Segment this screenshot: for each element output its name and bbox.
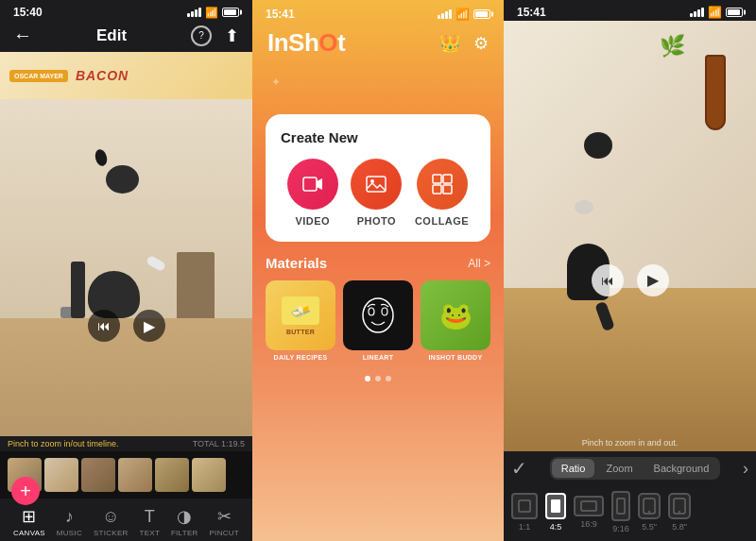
create-photo-option[interactable]: PHOTO <box>351 159 402 227</box>
ratio-16-9-box <box>574 496 604 516</box>
tab-background[interactable]: Background <box>644 459 719 478</box>
ad-banner[interactable]: OSCAR MAYER BACON <box>0 52 252 99</box>
crown-icon[interactable]: 👑 <box>439 33 460 54</box>
buddy-emoji: 🐸 <box>439 300 472 331</box>
guitar <box>705 55 726 130</box>
photo-icon <box>366 174 387 194</box>
material-lineart[interactable]: LINEART <box>343 280 413 361</box>
right-bottom-controls: ✓ Ratio Zoom Background › 1:1 <box>504 451 756 541</box>
back-button[interactable]: ← <box>13 25 32 46</box>
middle-status-icons: 📶 <box>438 8 490 21</box>
left-header: ← Edit ? ⬆ <box>0 21 252 52</box>
inshot-header-icons: 👑 ⚙ <box>439 33 489 54</box>
right-time: 15:41 <box>517 6 546 19</box>
battery-icon <box>222 8 239 17</box>
dot-1 <box>365 376 370 381</box>
check-mark-icon[interactable]: ✓ <box>511 457 527 480</box>
page-dots <box>252 376 504 381</box>
materials-section: Materials All > 🧈 BUTTER DAILY RECIPES <box>266 255 490 361</box>
text-label: TEXT <box>139 529 160 537</box>
video-preview: ⏮ ▶ <box>0 99 252 436</box>
tool-pincut[interactable]: ✂ PINCUT <box>209 506 239 537</box>
create-new-section: Create New VIDEO <box>266 114 490 242</box>
ratio-9-16[interactable]: 9:16 <box>611 491 630 533</box>
middle-battery-icon <box>473 9 490 19</box>
middle-time: 15:41 <box>266 8 295 21</box>
timeline-thumb <box>155 458 189 492</box>
dog-white-patch <box>575 200 593 214</box>
dog-scene <box>0 99 252 436</box>
create-options: VIDEO PHOTO <box>281 159 475 227</box>
add-button[interactable]: + <box>11 477 40 505</box>
create-new-title: Create New <box>281 129 475 145</box>
ratio-16-9-label: 16:9 <box>580 519 597 529</box>
music-label: MUSIC <box>57 529 82 537</box>
timeline-thumb <box>81 458 115 492</box>
tool-canvas[interactable]: ⊞ CANVAS <box>13 506 45 537</box>
ratio-1-1[interactable]: 1:1 <box>511 493 538 532</box>
check-left: ✓ <box>511 457 527 480</box>
ratio-4-5[interactable]: 4:5 <box>545 493 566 532</box>
left-header-icons: ? ⬆ <box>191 25 239 46</box>
ratio-5-5-icon <box>643 498 656 515</box>
lineart-visual <box>343 280 413 350</box>
timeline-thumb <box>118 458 152 492</box>
plant: 🌿 <box>660 34 685 59</box>
right-play-button[interactable]: ▶ <box>637 264 669 296</box>
ratio-9-16-box <box>611 491 630 521</box>
share-button[interactable]: ⬆ <box>225 25 239 46</box>
materials-all-button[interactable]: All > <box>468 257 490 270</box>
right-play-controls: ⏮ ▶ <box>504 264 756 296</box>
confirm-icon[interactable]: › <box>743 459 748 479</box>
ratio-16-9-icon <box>580 500 597 512</box>
middle-signal-icon <box>438 9 452 19</box>
collage-icon <box>432 174 453 194</box>
material-inshot-buddy[interactable]: 🐸 INSHOT BUDDY <box>421 280 490 361</box>
create-video-option[interactable]: VIDEO <box>287 159 338 227</box>
tool-text[interactable]: T TEXT <box>139 507 160 537</box>
right-battery-icon <box>726 8 743 17</box>
timeline-thumb <box>192 458 226 492</box>
video-icon <box>302 174 323 194</box>
text-icon: T <box>145 507 155 527</box>
dot-3 <box>386 376 391 381</box>
dog-head <box>106 165 139 194</box>
tool-sticker[interactable]: ☺ STICKER <box>94 507 129 537</box>
inshot-logo: InShOt <box>267 28 345 58</box>
svg-marker-1 <box>317 178 322 190</box>
ratio-5-5-box <box>638 493 661 519</box>
svg-rect-13 <box>581 501 596 511</box>
right-video-bg: 🌿 <box>504 21 756 451</box>
right-rewind-button[interactable]: ⏮ <box>592 264 624 296</box>
sticker-icon: ☺ <box>102 507 119 527</box>
ratio-16-9[interactable]: 16:9 <box>574 496 604 529</box>
tool-filter[interactable]: ◑ FILTER <box>171 506 198 537</box>
materials-grid: 🧈 BUTTER DAILY RECIPES <box>266 280 490 361</box>
right-status-icons: 📶 <box>690 6 743 19</box>
photo-label: PHOTO <box>357 215 396 227</box>
rewind-button[interactable]: ⏮ <box>88 310 120 342</box>
ratio-5-5[interactable]: 5.5" <box>638 493 661 532</box>
ratio-9-16-icon <box>616 498 626 515</box>
svg-point-10 <box>382 308 387 315</box>
ratio-1-1-box <box>511 493 538 519</box>
right-signal-icon <box>690 8 704 17</box>
timeline-thumb <box>44 458 78 492</box>
tab-zoom[interactable]: Zoom <box>596 459 642 478</box>
tool-music[interactable]: ♪ MUSIC <box>57 507 82 537</box>
svg-rect-14 <box>617 499 625 514</box>
play-button[interactable]: ▶ <box>133 310 165 342</box>
ratio-9-16-label: 9:16 <box>612 524 629 533</box>
svg-point-18 <box>679 511 680 513</box>
check-row: ✓ Ratio Zoom Background › <box>511 457 748 480</box>
canvas-label: CANVAS <box>13 529 45 537</box>
tab-ratio[interactable]: Ratio <box>552 459 595 478</box>
create-collage-option[interactable]: COLLAGE <box>415 159 469 227</box>
middle-header: InShOt 👑 ⚙ <box>252 25 504 67</box>
ratio-5-8[interactable]: 5.8" <box>668 493 691 532</box>
settings-icon[interactable]: ⚙ <box>473 33 489 54</box>
materials-title: Materials <box>266 255 327 271</box>
lineart-label: LINEART <box>363 354 393 361</box>
help-button[interactable]: ? <box>191 25 212 46</box>
material-daily-recipes[interactable]: 🧈 BUTTER DAILY RECIPES <box>266 280 335 361</box>
